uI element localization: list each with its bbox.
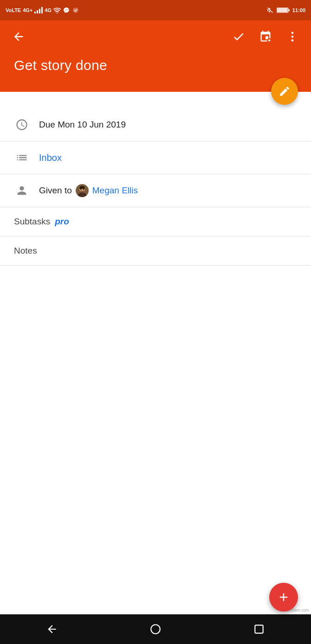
check-icon (232, 30, 245, 43)
edit-fab-button[interactable] (271, 78, 298, 105)
network1-text: 4G+ (23, 7, 32, 13)
svg-rect-8 (277, 8, 288, 12)
home-circle-icon (149, 623, 162, 635)
status-left: VoLTE 4G+ 4G (6, 7, 79, 13)
svg-rect-7 (288, 9, 290, 11)
due-date-row[interactable]: Due Mon 10 Jun 2019 (0, 108, 311, 141)
status-bar: VoLTE 4G+ 4G (0, 0, 311, 20)
inbox-label: Inbox (39, 153, 62, 163)
notes-row[interactable]: Notes (0, 236, 311, 266)
add-fab-button[interactable] (269, 583, 298, 612)
status-right: 11:00 (266, 7, 305, 13)
calendar-add-icon (259, 30, 272, 43)
plus-icon (277, 591, 290, 604)
avatar-image (76, 184, 89, 197)
svg-point-10 (292, 32, 294, 34)
network2-text: 4G (45, 7, 52, 13)
edit-pencil-icon (279, 85, 291, 97)
signal-icon (34, 7, 43, 13)
clock-icon-container (14, 117, 30, 133)
svg-rect-3 (41, 7, 43, 13)
person-icon-container (14, 183, 30, 198)
svg-rect-2 (39, 9, 40, 13)
svg-point-12 (292, 39, 294, 42)
assignee-row[interactable]: Given to Megan Ellis (0, 174, 311, 207)
pro-badge: pro (55, 217, 69, 227)
done-icon (72, 7, 79, 13)
mute-icon (266, 7, 274, 13)
assignee-name: Megan Ellis (92, 185, 138, 196)
back-nav-icon (46, 623, 58, 635)
back-nav-button[interactable] (43, 620, 61, 638)
subtasks-label: Subtasks (14, 217, 50, 227)
content-area: Due Mon 10 Jun 2019 Inbox Given to (0, 92, 311, 266)
list-icon (15, 151, 28, 164)
nav-bar (0, 614, 311, 644)
subtasks-row[interactable]: Subtasks pro (0, 207, 311, 236)
svg-point-11 (292, 36, 294, 38)
svg-rect-1 (37, 10, 38, 13)
messenger-icon (63, 7, 70, 13)
notes-label: Notes (14, 246, 37, 256)
add-calendar-button[interactable] (256, 27, 275, 46)
svg-point-5 (73, 7, 78, 13)
recents-square-icon (253, 623, 265, 635)
due-date-text: Due Mon 10 Jun 2019 (39, 120, 126, 130)
back-arrow-icon (12, 30, 25, 43)
more-vertical-icon (286, 30, 299, 43)
toolbar (0, 20, 311, 53)
clock-icon (15, 118, 28, 131)
title-area: Get story done (0, 53, 311, 92)
svg-rect-19 (255, 625, 263, 633)
svg-point-18 (151, 625, 160, 634)
more-options-button[interactable] (283, 27, 302, 46)
svg-rect-0 (34, 12, 36, 13)
back-button[interactable] (9, 27, 28, 46)
assignee-avatar (76, 184, 89, 197)
assignee-info: Given to Megan Ellis (39, 184, 138, 197)
recents-nav-button[interactable] (250, 620, 268, 638)
svg-point-4 (57, 13, 58, 13)
wifi-icon (53, 7, 61, 13)
inbox-row[interactable]: Inbox (0, 141, 311, 174)
given-to-label: Given to (39, 185, 72, 196)
person-icon (15, 184, 28, 197)
battery-icon (277, 7, 290, 13)
toolbar-actions (229, 27, 302, 46)
home-nav-button[interactable] (146, 620, 165, 638)
check-button[interactable] (229, 27, 248, 46)
task-title: Get story done (14, 57, 297, 73)
time-text: 11:00 (292, 7, 305, 13)
list-icon-container (14, 150, 30, 166)
carrier-text: VoLTE (6, 7, 21, 13)
